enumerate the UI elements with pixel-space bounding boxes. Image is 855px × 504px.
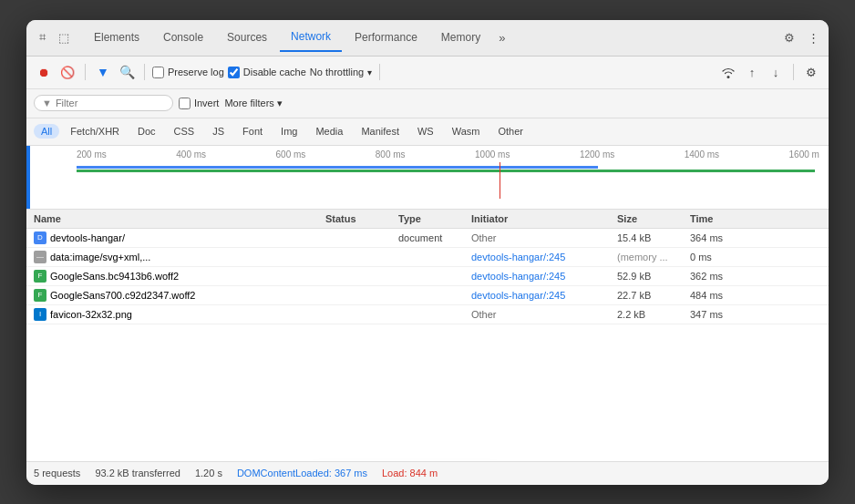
type-filter-js[interactable]: JS [205, 124, 232, 139]
toolbar-right: ↑ ↓ ⚙ [718, 62, 821, 82]
settings-icon[interactable]: ⚙ [801, 62, 821, 82]
gear-icon[interactable]: ⚙ [781, 29, 798, 46]
type-filter-manifest[interactable]: Manifest [354, 124, 407, 139]
filter-icon[interactable]: ▼ [93, 62, 113, 82]
type-filter-bar: All Fetch/XHR Doc CSS JS Font Img Media … [26, 118, 829, 146]
tab-console[interactable]: Console [152, 24, 214, 51]
row-initiator-2[interactable]: devtools-hangar/:245 [471, 252, 617, 262]
status-dom: DOMContentLoaded: 367 ms [237, 468, 367, 478]
toolbar-sep-2 [144, 64, 145, 80]
row-time-1: 364 ms [690, 232, 763, 243]
row-time-5: 347 ms [690, 309, 763, 320]
invert-checkbox[interactable] [179, 98, 191, 109]
invert-group: Invert [179, 98, 220, 109]
table-row[interactable]: I favicon-32x32.png Other 2.2 kB 347 ms [26, 305, 829, 324]
row-size-3: 52.9 kB [617, 271, 690, 282]
disable-cache-label: Disable cache [243, 67, 306, 77]
type-filter-css[interactable]: CSS [167, 124, 202, 139]
type-filter-all[interactable]: All [34, 124, 59, 139]
upload-icon[interactable]: ↑ [742, 62, 762, 82]
table-area: Name Status Type Initiator Size Time D d… [26, 210, 829, 461]
tab-performance[interactable]: Performance [344, 24, 428, 51]
img-icon: I [34, 308, 46, 321]
tab-more-button[interactable]: » [493, 27, 510, 48]
header-name: Name [34, 213, 325, 224]
type-filter-wasm[interactable]: Wasm [445, 124, 488, 139]
tab-elements[interactable]: Elements [83, 24, 150, 51]
toolbar-sep-1 [85, 64, 86, 80]
table-row[interactable]: D devtools-hangar/ document Other 15.4 k… [26, 229, 829, 248]
status-load: Load: 844 m [382, 468, 438, 478]
type-filter-font[interactable]: Font [235, 124, 270, 139]
disable-cache-checkbox[interactable] [228, 67, 240, 78]
tab-network[interactable]: Network [280, 23, 342, 52]
row-initiator-4[interactable]: devtools-hangar/:245 [471, 290, 617, 301]
disable-cache-group: Disable cache [228, 67, 306, 78]
row-name-4: F GoogleSans700.c92d2347.woff2 [34, 289, 325, 302]
doc-icon: D [34, 231, 46, 244]
row-name-text-5: favicon-32x32.png [50, 309, 132, 320]
filter-input[interactable] [56, 98, 165, 108]
throttle-dropdown-icon[interactable]: ▾ [367, 67, 372, 77]
tl-200: 200 ms [77, 149, 107, 159]
throttle-label: No throttling [310, 67, 364, 77]
row-name-5: I favicon-32x32.png [34, 308, 325, 321]
status-requests: 5 requests [34, 468, 80, 478]
tab-bar: ⌗ ⬚ Elements Console Sources Network Per… [26, 20, 829, 57]
toolbar: ⏺ 🚫 ▼ 🔍 Preserve log Disable cache No th… [26, 57, 829, 89]
row-time-2: 0 ms [690, 252, 763, 262]
timeline-blue-bar [77, 166, 598, 169]
header-time: Time [690, 213, 763, 224]
header-initiator: Initiator [471, 213, 617, 224]
status-transferred: 93.2 kB transferred [95, 468, 180, 478]
throttle-group: No throttling ▾ [310, 67, 372, 77]
tab-settings-group: ⚙ ⋮ [781, 29, 821, 46]
more-vert-icon[interactable]: ⋮ [805, 29, 821, 46]
preserve-log-checkbox[interactable] [152, 67, 164, 78]
table-row[interactable]: F GoogleSans.bc9413b6.woff2 devtools-han… [26, 267, 829, 286]
toolbar-sep-4 [793, 64, 794, 80]
download-icon[interactable]: ↓ [766, 62, 786, 82]
clear-button[interactable]: 🚫 [57, 62, 77, 82]
row-size-2: (memory ... [617, 252, 690, 262]
more-filters-button[interactable]: More filters ▾ [224, 98, 282, 109]
tab-memory[interactable]: Memory [430, 24, 491, 51]
tab-sources[interactable]: Sources [216, 24, 278, 51]
type-filter-doc[interactable]: Doc [130, 124, 163, 139]
tl-1200: 1200 ms [580, 149, 614, 159]
table-row[interactable]: — data:image/svg+xml,... devtools-hangar… [26, 248, 829, 267]
font-icon-2: F [34, 289, 46, 302]
devtools-icon[interactable]: ⌗ [34, 29, 50, 46]
type-filter-other[interactable]: Other [490, 124, 531, 139]
row-size-1: 15.4 kB [617, 232, 690, 243]
tl-1400: 1400 ms [685, 149, 719, 159]
type-filter-ws[interactable]: WS [410, 124, 441, 139]
search-icon[interactable]: 🔍 [117, 62, 137, 82]
tl-400: 400 ms [176, 149, 206, 159]
header-size: Size [617, 213, 690, 224]
more-filters-label: More filters [224, 98, 273, 108]
row-initiator-3[interactable]: devtools-hangar/:245 [471, 271, 617, 282]
type-filter-fetch-xhr[interactable]: Fetch/XHR [63, 124, 127, 139]
row-name-2: — data:image/svg+xml,... [34, 251, 325, 263]
devtools-window: ⌗ ⬚ Elements Console Sources Network Per… [26, 20, 829, 485]
table-row[interactable]: F GoogleSans700.c92d2347.woff2 devtools-… [26, 286, 829, 305]
timeline-labels: 200 ms 400 ms 600 ms 800 ms 1000 ms 1200… [77, 149, 829, 159]
svg-icon: — [34, 251, 46, 263]
tl-600: 600 ms [276, 149, 306, 159]
tab-bar-icons: ⌗ ⬚ [34, 29, 72, 46]
row-name-3: F GoogleSans.bc9413b6.woff2 [34, 270, 325, 283]
header-status: Status [325, 213, 398, 224]
row-name-text-2: data:image/svg+xml,... [50, 252, 150, 262]
row-initiator-5: Other [471, 309, 617, 320]
type-filter-media[interactable]: Media [308, 124, 350, 139]
preserve-log-group: Preserve log [152, 67, 224, 78]
wifi-icon[interactable] [718, 62, 738, 82]
type-filter-img[interactable]: Img [273, 124, 304, 139]
inspect-icon[interactable]: ⬚ [56, 29, 72, 46]
tl-1000: 1000 ms [475, 149, 510, 159]
row-name-1: D devtools-hangar/ [34, 231, 325, 244]
status-bar: 5 requests 93.2 kB transferred 1.20 s DO… [26, 461, 829, 485]
row-name-text-1: devtools-hangar/ [50, 232, 125, 243]
record-button[interactable]: ⏺ [34, 62, 54, 82]
